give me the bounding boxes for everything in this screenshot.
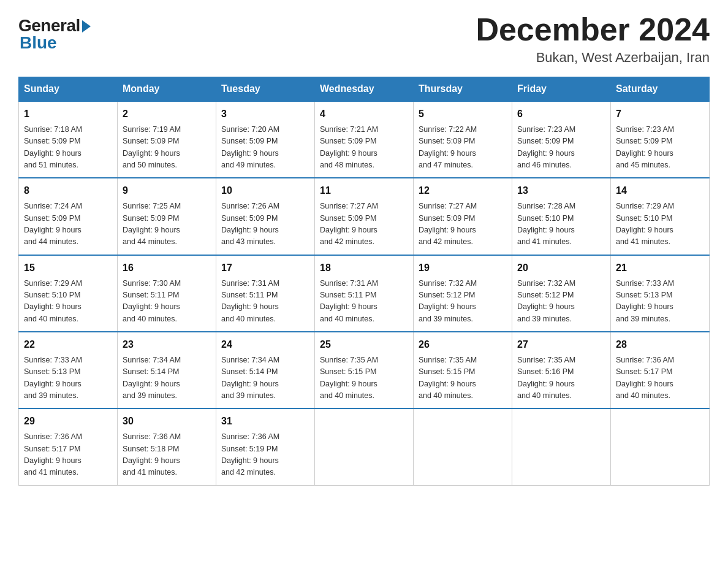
calendar-day-cell <box>611 408 710 485</box>
day-info: Sunrise: 7:36 AMSunset: 5:17 PMDaylight:… <box>616 354 704 402</box>
day-number: 19 <box>419 261 507 276</box>
day-of-week-header: Thursday <box>414 77 512 102</box>
calendar-day-cell: 31Sunrise: 7:36 AMSunset: 5:19 PMDayligh… <box>216 408 315 485</box>
calendar-day-cell: 19Sunrise: 7:32 AMSunset: 5:12 PMDayligh… <box>414 255 512 332</box>
day-number: 24 <box>221 337 309 353</box>
day-info: Sunrise: 7:33 AMSunset: 5:13 PMDaylight:… <box>616 278 704 326</box>
calendar-day-cell: 7Sunrise: 7:23 AMSunset: 5:09 PMDaylight… <box>611 101 710 178</box>
calendar-day-cell: 11Sunrise: 7:27 AMSunset: 5:09 PMDayligh… <box>315 178 414 255</box>
day-info: Sunrise: 7:27 AMSunset: 5:09 PMDaylight:… <box>320 201 408 248</box>
location-subtitle: Bukan, West Azerbaijan, Iran <box>476 50 710 66</box>
day-of-week-header: Friday <box>512 77 611 102</box>
day-info: Sunrise: 7:31 AMSunset: 5:11 PMDaylight:… <box>221 278 309 326</box>
day-number: 11 <box>320 183 408 199</box>
calendar-week-row: 29Sunrise: 7:36 AMSunset: 5:17 PMDayligh… <box>19 408 710 485</box>
day-info: Sunrise: 7:22 AMSunset: 5:09 PMDaylight:… <box>419 124 507 172</box>
calendar-day-cell: 2Sunrise: 7:19 AMSunset: 5:09 PMDaylight… <box>118 101 216 178</box>
calendar-day-cell: 5Sunrise: 7:22 AMSunset: 5:09 PMDaylight… <box>414 101 512 178</box>
day-of-week-header: Monday <box>118 77 216 102</box>
day-info: Sunrise: 7:24 AMSunset: 5:09 PMDaylight:… <box>24 201 112 248</box>
calendar-week-row: 1Sunrise: 7:18 AMSunset: 5:09 PMDaylight… <box>19 101 710 178</box>
day-info: Sunrise: 7:35 AMSunset: 5:15 PMDaylight:… <box>419 354 507 402</box>
day-number: 13 <box>517 183 605 199</box>
day-info: Sunrise: 7:36 AMSunset: 5:17 PMDaylight:… <box>24 431 112 479</box>
day-of-week-header: Wednesday <box>315 77 414 102</box>
calendar-header-row: SundayMondayTuesdayWednesdayThursdayFrid… <box>19 77 710 102</box>
calendar-day-cell: 6Sunrise: 7:23 AMSunset: 5:09 PMDaylight… <box>512 101 611 178</box>
day-number: 2 <box>123 107 211 122</box>
month-title: December 2024 <box>476 12 710 47</box>
day-number: 4 <box>320 107 408 122</box>
logo: General Blue <box>18 16 91 53</box>
logo-blue-text: Blue <box>18 33 57 53</box>
calendar-day-cell <box>315 408 414 485</box>
calendar-day-cell: 18Sunrise: 7:31 AMSunset: 5:11 PMDayligh… <box>315 255 414 332</box>
calendar-day-cell: 3Sunrise: 7:20 AMSunset: 5:09 PMDaylight… <box>216 101 315 178</box>
calendar-week-row: 22Sunrise: 7:33 AMSunset: 5:13 PMDayligh… <box>19 332 710 408</box>
day-number: 10 <box>221 183 309 199</box>
day-info: Sunrise: 7:34 AMSunset: 5:14 PMDaylight:… <box>123 354 211 402</box>
day-number: 31 <box>221 414 309 429</box>
day-info: Sunrise: 7:20 AMSunset: 5:09 PMDaylight:… <box>221 124 309 172</box>
calendar-day-cell: 23Sunrise: 7:34 AMSunset: 5:14 PMDayligh… <box>118 332 216 408</box>
day-number: 28 <box>616 337 704 353</box>
calendar-day-cell: 12Sunrise: 7:27 AMSunset: 5:09 PMDayligh… <box>414 178 512 255</box>
day-info: Sunrise: 7:32 AMSunset: 5:12 PMDaylight:… <box>419 278 507 326</box>
calendar-day-cell: 26Sunrise: 7:35 AMSunset: 5:15 PMDayligh… <box>414 332 512 408</box>
day-number: 9 <box>123 183 211 199</box>
day-of-week-header: Tuesday <box>216 77 315 102</box>
day-number: 21 <box>616 261 704 276</box>
day-number: 1 <box>24 107 112 122</box>
day-of-week-header: Sunday <box>19 77 118 102</box>
logo-arrow-icon <box>82 20 91 33</box>
calendar-day-cell: 21Sunrise: 7:33 AMSunset: 5:13 PMDayligh… <box>611 255 710 332</box>
calendar-day-cell: 13Sunrise: 7:28 AMSunset: 5:10 PMDayligh… <box>512 178 611 255</box>
calendar-day-cell: 28Sunrise: 7:36 AMSunset: 5:17 PMDayligh… <box>611 332 710 408</box>
calendar-week-row: 8Sunrise: 7:24 AMSunset: 5:09 PMDaylight… <box>19 178 710 255</box>
calendar-day-cell: 1Sunrise: 7:18 AMSunset: 5:09 PMDaylight… <box>19 101 118 178</box>
day-number: 29 <box>24 414 112 429</box>
calendar-table: SundayMondayTuesdayWednesdayThursdayFrid… <box>18 77 710 485</box>
day-info: Sunrise: 7:27 AMSunset: 5:09 PMDaylight:… <box>419 201 507 248</box>
day-info: Sunrise: 7:18 AMSunset: 5:09 PMDaylight:… <box>24 124 112 172</box>
calendar-day-cell <box>512 408 611 485</box>
calendar-day-cell: 4Sunrise: 7:21 AMSunset: 5:09 PMDaylight… <box>315 101 414 178</box>
calendar-day-cell <box>414 408 512 485</box>
calendar-day-cell: 27Sunrise: 7:35 AMSunset: 5:16 PMDayligh… <box>512 332 611 408</box>
day-number: 16 <box>123 261 211 276</box>
day-info: Sunrise: 7:23 AMSunset: 5:09 PMDaylight:… <box>616 124 704 172</box>
day-info: Sunrise: 7:30 AMSunset: 5:11 PMDaylight:… <box>123 278 211 326</box>
day-of-week-header: Saturday <box>611 77 710 102</box>
day-number: 23 <box>123 337 211 353</box>
day-info: Sunrise: 7:36 AMSunset: 5:19 PMDaylight:… <box>221 431 309 479</box>
day-info: Sunrise: 7:35 AMSunset: 5:16 PMDaylight:… <box>517 354 605 402</box>
day-info: Sunrise: 7:36 AMSunset: 5:18 PMDaylight:… <box>123 431 211 479</box>
day-info: Sunrise: 7:25 AMSunset: 5:09 PMDaylight:… <box>123 201 211 248</box>
day-number: 18 <box>320 261 408 276</box>
calendar-week-row: 15Sunrise: 7:29 AMSunset: 5:10 PMDayligh… <box>19 255 710 332</box>
day-info: Sunrise: 7:23 AMSunset: 5:09 PMDaylight:… <box>517 124 605 172</box>
day-number: 7 <box>616 107 704 122</box>
day-number: 15 <box>24 261 112 276</box>
day-info: Sunrise: 7:35 AMSunset: 5:15 PMDaylight:… <box>320 354 408 402</box>
day-number: 5 <box>419 107 507 122</box>
day-number: 20 <box>517 261 605 276</box>
day-number: 17 <box>221 261 309 276</box>
day-number: 27 <box>517 337 605 353</box>
day-info: Sunrise: 7:33 AMSunset: 5:13 PMDaylight:… <box>24 354 112 402</box>
title-block: December 2024 Bukan, West Azerbaijan, Ir… <box>476 12 710 66</box>
day-number: 22 <box>24 337 112 353</box>
calendar-day-cell: 9Sunrise: 7:25 AMSunset: 5:09 PMDaylight… <box>118 178 216 255</box>
calendar-day-cell: 25Sunrise: 7:35 AMSunset: 5:15 PMDayligh… <box>315 332 414 408</box>
calendar-day-cell: 29Sunrise: 7:36 AMSunset: 5:17 PMDayligh… <box>19 408 118 485</box>
day-number: 8 <box>24 183 112 199</box>
calendar-day-cell: 14Sunrise: 7:29 AMSunset: 5:10 PMDayligh… <box>611 178 710 255</box>
day-info: Sunrise: 7:34 AMSunset: 5:14 PMDaylight:… <box>221 354 309 402</box>
calendar-day-cell: 16Sunrise: 7:30 AMSunset: 5:11 PMDayligh… <box>118 255 216 332</box>
day-number: 25 <box>320 337 408 353</box>
day-info: Sunrise: 7:28 AMSunset: 5:10 PMDaylight:… <box>517 201 605 248</box>
calendar-day-cell: 10Sunrise: 7:26 AMSunset: 5:09 PMDayligh… <box>216 178 315 255</box>
calendar-day-cell: 22Sunrise: 7:33 AMSunset: 5:13 PMDayligh… <box>19 332 118 408</box>
calendar-day-cell: 17Sunrise: 7:31 AMSunset: 5:11 PMDayligh… <box>216 255 315 332</box>
day-info: Sunrise: 7:19 AMSunset: 5:09 PMDaylight:… <box>123 124 211 172</box>
